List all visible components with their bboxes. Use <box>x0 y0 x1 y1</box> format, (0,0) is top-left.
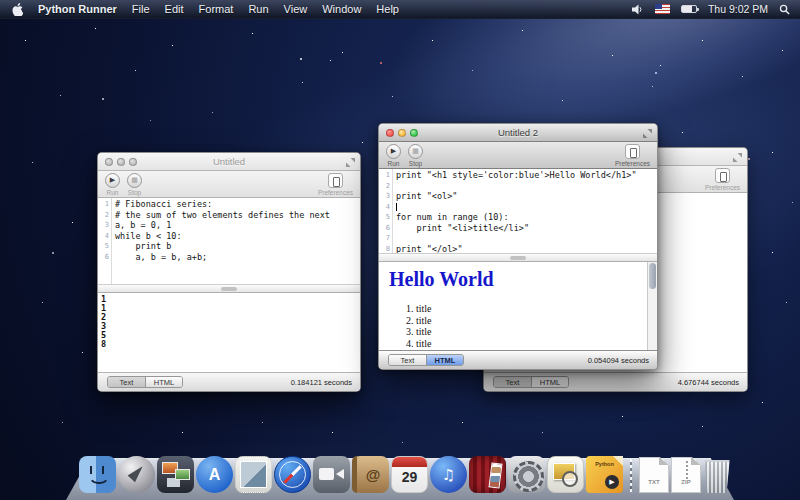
code-line: print b <box>115 241 360 252</box>
list-item: title <box>416 326 647 338</box>
menu-item-view[interactable]: View <box>284 3 308 15</box>
output-mode-segmented-control: Text HTML <box>107 376 183 388</box>
output-line: 5 <box>101 331 360 340</box>
horizontal-scrollbar[interactable] <box>98 284 360 293</box>
output-line: 2 <box>101 313 360 322</box>
tab-html[interactable]: HTML <box>531 377 568 387</box>
stop-button[interactable] <box>127 173 142 188</box>
scrollbar-thumb[interactable] <box>649 263 656 289</box>
dock-icon-zip-document[interactable]: ZIP <box>671 457 701 493</box>
line-number-gutter: 12 34 56 78 <box>379 169 393 253</box>
titlebar[interactable]: Untitled <box>98 153 360 171</box>
dock-icon-app-store[interactable]: A <box>196 456 233 493</box>
toolbar: Run Stop Preferences <box>98 171 360 198</box>
zoom-button[interactable] <box>129 158 137 166</box>
dock-icon-trash[interactable] <box>703 460 731 493</box>
run-button[interactable] <box>105 173 120 188</box>
menu-bar: Python Runner File Edit Format Run View … <box>0 0 800 19</box>
dock-icon-photo-booth[interactable] <box>469 456 506 493</box>
desktop: Python Runner File Edit Format Run View … <box>0 0 800 500</box>
scrollbar-thumb[interactable] <box>221 287 237 291</box>
run-label: Run <box>107 189 119 196</box>
tab-html[interactable]: HTML <box>426 355 463 365</box>
battery-icon[interactable] <box>681 5 697 13</box>
us-flag-icon[interactable] <box>655 4 670 14</box>
fullscreen-icon[interactable] <box>346 158 355 167</box>
elapsed-time: 4.676744 seconds <box>678 378 739 387</box>
tab-text[interactable]: Text <box>494 377 531 387</box>
dock-icon-mail[interactable] <box>235 456 272 493</box>
menu-item-edit[interactable]: Edit <box>165 3 184 15</box>
dock-icon-safari[interactable] <box>274 456 311 493</box>
menu-item-window[interactable]: Window <box>322 3 361 15</box>
close-button[interactable] <box>386 129 394 137</box>
preferences-button[interactable] <box>328 173 343 188</box>
stop-button[interactable] <box>408 144 423 159</box>
preferences-button[interactable] <box>625 144 640 159</box>
dock-icon-system-preferences[interactable] <box>508 456 545 493</box>
tab-html[interactable]: HTML <box>145 377 182 387</box>
dock-icon-finder[interactable] <box>79 456 116 493</box>
dock-icon-mission-control[interactable] <box>157 456 194 493</box>
menu-item-file[interactable]: File <box>132 3 150 15</box>
dock-icon-launchpad[interactable] <box>118 456 155 493</box>
code-line <box>396 181 657 192</box>
fullscreen-icon[interactable] <box>733 153 742 162</box>
menu-item-run[interactable]: Run <box>248 3 268 15</box>
code-editor[interactable]: 12 34 56 78 print "<h1 style='color:blue… <box>379 169 657 253</box>
list-item: title <box>416 303 647 315</box>
list-item: title <box>416 338 647 350</box>
list-item: title <box>416 315 647 327</box>
output-area[interactable]: 1 1 2 3 5 8 <box>98 293 360 372</box>
menu-item-help[interactable]: Help <box>376 3 399 15</box>
dock-divider <box>630 459 632 492</box>
scrollbar-thumb[interactable] <box>510 256 526 260</box>
dock-icon-preview[interactable] <box>547 456 584 493</box>
stop-label: Stop <box>128 189 141 196</box>
close-button[interactable] <box>105 158 113 166</box>
spotlight-icon[interactable] <box>779 4 790 15</box>
apple-menu-icon[interactable] <box>12 3 23 16</box>
code-editor[interactable]: 12 34 56 # Fibonacci series: # the sum o… <box>98 198 360 284</box>
window-untitled-1[interactable]: Untitled Run Stop Preferences 12 34 56 <box>97 152 361 392</box>
dock-icon-facetime[interactable] <box>313 456 350 493</box>
vertical-scrollbar[interactable] <box>647 262 657 350</box>
tab-text[interactable]: Text <box>389 355 426 365</box>
menu-item-format[interactable]: Format <box>199 3 234 15</box>
dock-icon-itunes[interactable]: ♫ <box>430 456 467 493</box>
dock-icon-calendar[interactable]: 29 <box>391 456 428 493</box>
menu-app-name[interactable]: Python Runner <box>38 3 117 15</box>
titlebar[interactable]: Untitled 2 <box>379 124 657 142</box>
run-button[interactable] <box>386 144 401 159</box>
elapsed-time: 0.184121 seconds <box>291 378 352 387</box>
zoom-button[interactable] <box>410 129 418 137</box>
minimize-button[interactable] <box>398 129 406 137</box>
dock-icon-address-book[interactable]: @ <box>352 456 389 493</box>
code-line: while b < 10: <box>115 231 360 242</box>
preferences-button[interactable] <box>715 168 730 183</box>
status-bar: Text HTML 0.054094 seconds <box>379 350 657 369</box>
tab-text[interactable]: Text <box>108 377 145 387</box>
volume-icon[interactable] <box>632 4 644 15</box>
preferences-label: Preferences <box>705 184 740 191</box>
minimize-button[interactable] <box>117 158 125 166</box>
output-line: 3 <box>101 322 360 331</box>
dock: A @ 29 ♫ Python TXT ZIP <box>0 442 800 500</box>
rendered-heading: Hello World <box>389 268 647 291</box>
dock-icon-txt-document[interactable]: TXT <box>639 457 669 493</box>
window-title: Untitled <box>98 156 360 167</box>
window-untitled-2[interactable]: Untitled 2 Run Stop Preferences 12 34 56 <box>378 123 658 370</box>
elapsed-time: 0.054094 seconds <box>588 356 649 365</box>
stop-label: Stop <box>409 160 422 167</box>
html-output-area[interactable]: Hello World title title title title titl… <box>379 262 657 350</box>
horizontal-scrollbar[interactable] <box>379 253 657 262</box>
window-title: Untitled 2 <box>379 127 657 138</box>
rendered-ordered-list: title title title title title title <box>389 303 647 350</box>
preferences-label: Preferences <box>615 160 650 167</box>
output-mode-segmented-control: Text HTML <box>388 354 464 366</box>
dock-icon-python-runner[interactable]: Python <box>586 456 623 493</box>
menu-clock[interactable]: Thu 9:02 PM <box>708 3 768 15</box>
output-mode-segmented-control: Text HTML <box>493 376 569 388</box>
fullscreen-icon[interactable] <box>643 129 652 138</box>
run-label: Run <box>388 160 400 167</box>
